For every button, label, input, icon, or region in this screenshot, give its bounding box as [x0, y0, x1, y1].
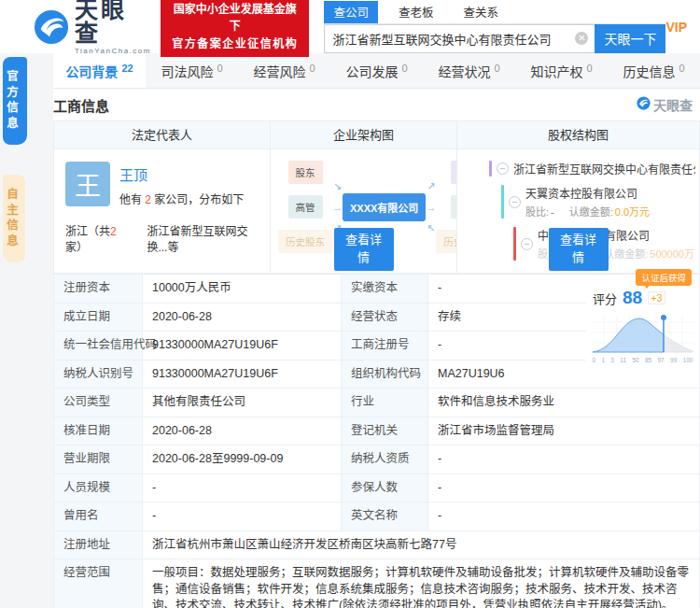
table-label-cell: 纳税人资质	[342, 445, 428, 474]
nav-tab-count: 22	[121, 63, 133, 74]
equity-branch-bar	[489, 161, 492, 177]
business-info-card: 工商信息 天眼查 法定代表人 王	[53, 89, 700, 608]
equity-branch-bar	[501, 185, 504, 219]
table-label-cell: 工商注册号	[342, 332, 428, 361]
table-row: 核准日期2020-06-28登记机关浙江省市场监督管理局	[54, 417, 700, 445]
certification-badge[interactable]: 认证后获得	[636, 269, 692, 286]
org-center-company[interactable]: XXXX有限公司	[343, 193, 426, 221]
score-head: 评分 88 +3	[593, 288, 694, 308]
search-row: ✕ 天眼一下	[324, 24, 665, 53]
table-value-cell: 91330000MA27U19U6F	[143, 360, 342, 389]
score-value: 88	[623, 288, 642, 308]
arrow-right-icon: →	[426, 202, 436, 213]
equity-company-name[interactable]: 浙江省新型互联网交换中心有限责任公司	[513, 161, 695, 177]
search-input[interactable]	[325, 32, 595, 46]
table-label-cell: 成立日期	[54, 303, 143, 332]
search-type-tab[interactable]: 查老板	[389, 1, 443, 23]
org-node[interactable]: 历史法定代表人	[436, 230, 456, 253]
table-value-cell: 2020-06-28至9999-09-09	[143, 445, 342, 474]
nav-tab[interactable]: 司法风险0	[146, 53, 238, 88]
logo-text: 天眼查 TianYanCha.com	[75, 0, 151, 55]
amount-label: 认缴金额:	[569, 206, 613, 218]
legal-rep-texts: 王顶 他有 2 家公司，分布如下	[119, 162, 244, 206]
table-value-cell: -	[428, 445, 700, 474]
equity-header: 股权结构图	[457, 121, 699, 149]
equity-node: −浙江省新型互联网交换中心有限责任公司	[489, 161, 695, 177]
avatar[interactable]: 王	[65, 162, 110, 206]
axis-tick: 99	[670, 357, 677, 363]
nav-tab-label: 历史信息	[623, 62, 675, 80]
nav-tab-label: 公司发展	[345, 62, 398, 80]
table-value-cell: 91330000MA27U19U6F	[143, 332, 342, 361]
equity-view-detail-button[interactable]: 查看详情	[549, 228, 609, 271]
nav-tab-label: 经营风险	[253, 62, 305, 80]
sidebar-item[interactable]: 官方信息	[3, 57, 27, 145]
table-value-cell: 10000万人民币	[143, 275, 342, 304]
table-label-cell: 核准日期	[54, 417, 143, 445]
gov-badge-line2: 官方备案企业征信机构	[169, 35, 301, 53]
org-chart-header: 企业架构图	[271, 121, 456, 149]
org-node[interactable]: 高管	[288, 195, 323, 219]
equity-body: −浙江省新型互联网交换中心有限责任公司−天翼资本控股有限公司股比:-认缴金额:0…	[457, 149, 699, 273]
watermark-text: 天眼查	[653, 95, 693, 114]
search-button[interactable]: 天眼一下	[595, 24, 665, 53]
legal-rep-top: 王 王顶 他有 2 家公司，分布如下	[65, 162, 260, 206]
nav-tab-label: 司法风险	[161, 62, 213, 80]
nav-tab[interactable]: 公司背景22	[53, 53, 146, 88]
collapse-icon[interactable]: −	[497, 163, 509, 175]
nav-tab-label: 经营状况	[438, 62, 490, 80]
score-distribution-chart	[591, 311, 694, 354]
region-company-link[interactable]: 浙江省新型互联网交换...等	[147, 222, 260, 254]
table-value-cell: -	[428, 474, 700, 502]
equity-node-text: 浙江省新型互联网交换中心有限责任公司	[513, 161, 695, 177]
nav-tab[interactable]: 经营状况0	[423, 53, 515, 88]
equity-company-name[interactable]: 天翼资本控股有限公司	[525, 185, 650, 201]
amount-value: 0.0万元	[615, 206, 650, 218]
legal-rep-region-row: 浙江（共2家） 浙江省新型互联网交换...等	[65, 222, 260, 254]
table-value-cell: 浙江省杭州市萧山区萧山经济开发区桥南区块高新七路77号	[143, 530, 700, 559]
table-wrap: 注册资本10000万人民币实缴资本-成立日期2020-06-28经营状态存续统一…	[53, 274, 700, 608]
top-header: 天眼查 TianYanCha.com 国家中小企业发展基金旗下 官方备案企业征信…	[0, 0, 700, 53]
arrow-up-right-icon: ↗	[427, 180, 435, 192]
sidebar-item[interactable]: 自主信息	[3, 175, 25, 262]
search-type-tab[interactable]: 查公司	[324, 1, 378, 23]
table-row: 营业期限2020-06-28至9999-09-09纳税人资质-	[54, 445, 700, 474]
nav-tab[interactable]: 公司发展0	[330, 53, 423, 88]
equity-node-text: 天翼资本控股有限公司股比:-认缴金额:0.0万元	[525, 185, 650, 219]
nav-tab-label: 公司背景	[65, 62, 118, 80]
search-area: 查公司查老板查关系 ✕ 天眼一下	[324, 1, 665, 53]
nav-tab[interactable]: 历史信息0	[608, 53, 700, 88]
table-label-cell: 公司类型	[54, 389, 143, 417]
search-type-tab[interactable]: 查关系	[454, 1, 508, 23]
table-label-cell: 纳税人识别号	[54, 360, 143, 389]
collapse-icon[interactable]: −	[521, 238, 533, 250]
table-label-cell: 注册资本	[54, 275, 143, 304]
clear-input-icon[interactable]: ✕	[575, 32, 588, 45]
nav-tab[interactable]: 知识产权0	[515, 53, 608, 88]
amount-label: 认缴金额:	[604, 248, 648, 260]
vip-link[interactable]: VIP	[665, 20, 687, 35]
body-row: 官方信息自主信息 公司背景22司法风险0经营风险0公司发展0经营状况0知识产权0…	[0, 53, 700, 608]
legal-rep-header: 法定代表人	[54, 121, 270, 149]
arrow-down-right-icon: ↘	[333, 180, 342, 192]
org-view-detail-button[interactable]: 查看详情	[334, 228, 394, 271]
score-widget: 认证后获得 评分 88 +3	[586, 276, 699, 366]
org-node[interactable]: 对外投资	[451, 161, 456, 184]
tianyancha-logo[interactable]: 天眼查 TianYanCha.com	[34, 0, 151, 55]
table-value-cell: -	[143, 474, 342, 502]
nav-tab-label: 知识产权	[530, 62, 582, 80]
axis-tick: 11	[620, 357, 626, 363]
score-axis: 0131150859799100	[591, 357, 694, 363]
table-value-cell: 其他有限责任公司	[143, 389, 342, 417]
org-node[interactable]: 历史股东	[278, 230, 332, 253]
table-value-cell: 一般项目：数据处理服务；互联网数据服务；计算机软硬件及辅助设备批发；计算机软硬件…	[143, 559, 700, 608]
legal-rep-name-link[interactable]: 王顶	[119, 164, 244, 184]
ratio-label: 股比:	[525, 206, 549, 218]
org-node[interactable]: 股东	[288, 161, 323, 184]
collapse-icon[interactable]: −	[509, 196, 521, 208]
table-value-cell: 2020-06-28	[143, 303, 342, 332]
nav-tab[interactable]: 经营风险0	[238, 53, 330, 88]
org-node[interactable]: 分支机构	[451, 195, 456, 219]
legal-rep-body: 王 王顶 他有 2 家公司，分布如下 浙江（共2家） 浙江省新型互联网交换...…	[54, 149, 270, 273]
nav-tab-count: 0	[679, 63, 684, 74]
